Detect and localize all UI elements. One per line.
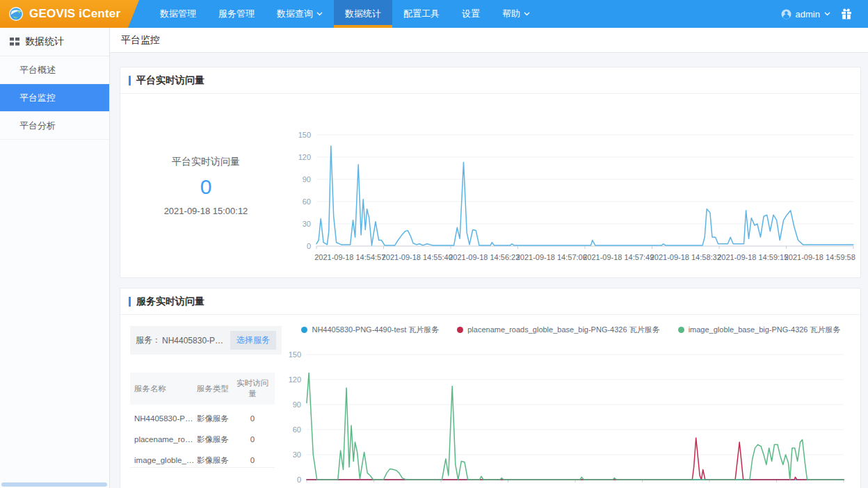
sidebar-item-1[interactable]: 平台概述 xyxy=(0,56,109,84)
select-service-button[interactable]: 选择服务 xyxy=(230,331,276,350)
nav-item-label: 数据统计 xyxy=(345,0,381,28)
main-nav: 数据管理服务管理数据查询数据统计配置工具设置帮助 xyxy=(149,0,541,28)
service-card-title: 服务实时访问量 xyxy=(136,295,204,308)
service-count-cell: 0 xyxy=(234,414,271,423)
service-type-cell: 影像服务 xyxy=(197,434,234,445)
svg-text:2021-09-18 14:57:49: 2021-09-18 14:57:49 xyxy=(583,253,654,261)
nav-item-6[interactable]: 设置 xyxy=(451,0,491,28)
service-line-chart: 03060901201502021-09-18 14:55:052021-09-… xyxy=(282,349,849,488)
svg-text:2021-09-18 14:54:57: 2021-09-18 14:54:57 xyxy=(314,253,385,261)
username: admin xyxy=(796,9,820,19)
service-type-cell: 影像服务 xyxy=(197,455,234,466)
nav-item-label: 服务管理 xyxy=(218,0,255,28)
nav-item-7[interactable]: 帮助 xyxy=(491,0,541,28)
platform-visits-card: 平台实时访问量 平台实时访问量 0 2021-09-18 15:00:12 03… xyxy=(120,67,861,278)
table-header-cell: 服务名称 xyxy=(134,384,197,394)
table-row[interactable]: placename_roads_globle...影像服务0 xyxy=(130,425,275,446)
legend-dot xyxy=(301,327,307,333)
svg-text:2021-09-18 14:56:23: 2021-09-18 14:56:23 xyxy=(449,253,520,261)
service-card-header: 服务实时访问量 xyxy=(120,288,860,315)
nav-item-2[interactable]: 服务管理 xyxy=(207,0,266,28)
platform-card-body: 平台实时访问量 0 2021-09-18 15:00:12 0306090120… xyxy=(120,94,860,277)
service-visits-card: 服务实时访问量 服务： NH4405830-PNG-4490-t... 选择服务… xyxy=(120,288,861,488)
svg-text:60: 60 xyxy=(303,197,311,206)
svg-text:120: 120 xyxy=(289,375,301,384)
svg-text:2021-09-18 14:59:58: 2021-09-18 14:59:58 xyxy=(785,253,855,261)
service-name-cell: placename_roads_globle... xyxy=(134,435,197,444)
service-chart-area: NH4405830-PNG-4490-test 瓦片服务placename_ro… xyxy=(282,315,860,488)
nav-item-label: 帮助 xyxy=(502,0,520,28)
nav-item-label: 数据管理 xyxy=(160,0,196,28)
title-accent-bar xyxy=(129,297,131,307)
page-titlebar: 平台监控 xyxy=(110,28,868,53)
chart-legend: NH4405830-PNG-4490-test 瓦片服务placename_ro… xyxy=(282,324,860,335)
svg-text:150: 150 xyxy=(298,131,311,139)
table-row[interactable]: NH4405830-PNG-4490-t...影像服务0 xyxy=(130,405,275,425)
service-table: 服务名称服务类型实时访问量NH4405830-PNG-4490-t...影像服务… xyxy=(130,373,275,468)
svg-text:90: 90 xyxy=(303,175,311,184)
service-selector-column: 服务： NH4405830-PNG-4490-t... 选择服务 服务名称服务类… xyxy=(120,315,282,488)
svg-text:90: 90 xyxy=(293,400,301,409)
svg-text:120: 120 xyxy=(298,153,311,161)
chevron-down-icon xyxy=(824,12,830,16)
service-select-row: 服务： NH4405830-PNG-4490-t... 选择服务 xyxy=(130,326,282,355)
topbar-right: admin xyxy=(781,0,868,28)
svg-text:150: 150 xyxy=(289,350,301,359)
chevron-down-icon xyxy=(316,12,323,16)
selected-service-name: NH4405830-PNG-4490-t... xyxy=(162,336,225,345)
table-header-cell: 服务类型 xyxy=(197,384,234,394)
stat-label: 平台实时访问量 xyxy=(172,156,240,168)
brand-logo: GEOVIS iCenter xyxy=(0,0,139,28)
svg-text:2021-09-18 14:55:40: 2021-09-18 14:55:40 xyxy=(382,253,453,261)
legend-dot xyxy=(457,327,463,333)
nav-item-label: 设置 xyxy=(462,0,480,28)
service-count-cell: 0 xyxy=(234,435,271,444)
legend-item[interactable]: image_globle_base_big-PNG-4326 瓦片服务 xyxy=(678,325,841,335)
svg-text:2021-09-18 14:57:06: 2021-09-18 14:57:06 xyxy=(516,253,587,261)
svg-text:0: 0 xyxy=(307,242,311,250)
sidebar: 数据统计 平台概述平台监控平台分析 xyxy=(0,28,110,488)
stat-value: 0 xyxy=(200,175,212,199)
grid-icon xyxy=(10,37,19,47)
service-name-cell: image_globle_base_big-... xyxy=(134,456,197,464)
nav-item-5[interactable]: 配置工具 xyxy=(392,0,451,28)
brand-name: GEOVIS iCenter xyxy=(29,7,120,21)
gift-icon[interactable] xyxy=(840,8,853,20)
sidebar-menu: 平台概述平台监控平台分析 xyxy=(0,56,109,140)
top-navigation-bar: GEOVIS iCenter 数据管理服务管理数据查询数据统计配置工具设置帮助 … xyxy=(0,0,868,28)
svg-text:60: 60 xyxy=(293,425,301,434)
chevron-down-icon xyxy=(524,12,530,16)
sidebar-header: 数据统计 xyxy=(0,28,109,56)
page-title: 平台监控 xyxy=(121,34,160,47)
service-count-cell: 0 xyxy=(234,456,271,464)
svg-text:30: 30 xyxy=(303,220,311,228)
service-field-label: 服务： xyxy=(136,334,161,346)
svg-text:2021-09-18 14:59:15: 2021-09-18 14:59:15 xyxy=(717,253,788,261)
service-card-body: 服务： NH4405830-PNG-4490-t... 选择服务 服务名称服务类… xyxy=(120,315,860,488)
sidebar-item-2[interactable]: 平台监控 xyxy=(0,84,109,112)
platform-stats: 平台实时访问量 0 2021-09-18 15:00:12 xyxy=(120,94,291,277)
svg-text:2021-09-18 14:58:32: 2021-09-18 14:58:32 xyxy=(650,253,721,261)
platform-chart-area: 03060901201502021-09-18 14:54:572021-09-… xyxy=(291,94,860,277)
main-content: 平台监控 平台实时访问量 平台实时访问量 0 2021-09-18 15:00:… xyxy=(110,28,868,488)
platform-card-title: 平台实时访问量 xyxy=(136,74,204,87)
user-menu[interactable]: admin xyxy=(781,9,830,19)
svg-text:30: 30 xyxy=(293,450,301,459)
service-type-cell: 影像服务 xyxy=(197,414,234,424)
nav-item-1[interactable]: 数据管理 xyxy=(149,0,207,28)
legend-label: placename_roads_globle_base_big-PNG-4326… xyxy=(467,325,659,335)
table-row[interactable]: image_globle_base_big-...影像服务0 xyxy=(130,446,275,467)
service-name-cell: NH4405830-PNG-4490-t... xyxy=(134,414,197,423)
sidebar-item-3[interactable]: 平台分析 xyxy=(0,112,109,140)
nav-item-4[interactable]: 数据统计 xyxy=(334,0,392,28)
legend-item[interactable]: NH4405830-PNG-4490-test 瓦片服务 xyxy=(301,325,439,335)
legend-label: NH4405830-PNG-4490-test 瓦片服务 xyxy=(312,325,439,335)
table-header-row: 服务名称服务类型实时访问量 xyxy=(130,373,275,405)
legend-item[interactable]: placename_roads_globle_base_big-PNG-4326… xyxy=(457,325,659,335)
nav-item-3[interactable]: 数据查询 xyxy=(266,0,334,28)
user-icon xyxy=(781,9,791,19)
horizontal-scrollbar[interactable] xyxy=(1,482,107,487)
globe-icon xyxy=(8,6,24,22)
legend-dot xyxy=(678,327,684,333)
table-header-cell: 实时访问量 xyxy=(234,378,271,399)
